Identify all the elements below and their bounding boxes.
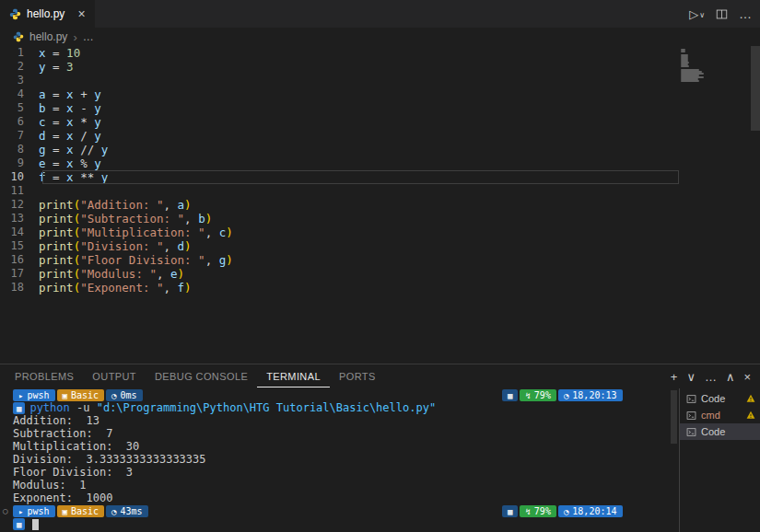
token: print <box>39 226 74 239</box>
code-line-16[interactable]: 16print("Floor Division: ", g) <box>0 253 760 267</box>
code-line-11[interactable]: 11 <box>0 184 760 198</box>
badge-text: 79% <box>534 389 551 402</box>
badge-text: pwsh <box>27 389 49 402</box>
code-line-13[interactable]: 13print("Subtraction: ", b) <box>0 212 760 226</box>
maximize-panel-icon[interactable]: ∧ <box>726 370 735 384</box>
terminal-sessions-list: CodecmdCode <box>679 388 760 532</box>
badge-icon: ▸ <box>18 505 23 518</box>
terminal-prompt-line[interactable]: ▸pwsh▣Basic◔0ms▦↯79%◔18,20:13 <box>0 388 678 401</box>
badge-text: Basic <box>71 389 99 402</box>
panel-tab-ports[interactable]: PORTS <box>330 365 385 387</box>
token: c <box>39 115 46 129</box>
terminal-session-cmd[interactable]: cmd <box>680 407 760 423</box>
panel-tab-output[interactable]: OUTPUT <box>83 365 146 387</box>
code-text: print("Addition: ", a) <box>39 198 192 212</box>
terminal-session-code[interactable]: Code <box>680 390 760 407</box>
terminal-command-line[interactable]: ▦python -u "d:\Programming\Python\HTG Tu… <box>0 401 678 414</box>
token: "Division: " <box>80 239 163 253</box>
badge-text: 79% <box>534 505 551 518</box>
terminal-prompt-line[interactable]: ○▸pwsh▣Basic◔43ms▦↯79%◔18,20:14 <box>0 504 678 517</box>
code-line-1[interactable]: 1x = 10 <box>0 46 760 60</box>
token: b <box>198 212 205 226</box>
code-line-12[interactable]: 12print("Addition: ", a) <box>0 198 760 212</box>
session-label: Code <box>701 426 755 437</box>
terminal[interactable]: ▸pwsh▣Basic◔0ms▦↯79%◔18,20:13▦python -u … <box>0 388 678 532</box>
token: print <box>39 253 74 267</box>
code-line-7[interactable]: 7d = x / y <box>0 129 760 143</box>
badge-text: Basic <box>71 505 99 518</box>
more-actions-icon[interactable]: … <box>739 6 753 21</box>
prompt-badge: ◔18,20:14 <box>558 505 623 517</box>
output-text: Addition: 13 <box>13 414 99 427</box>
terminal-session-code[interactable]: Code <box>680 423 760 440</box>
code-text: g = x // y <box>39 143 108 156</box>
code-line-8[interactable]: 8g = x // y <box>0 143 760 156</box>
terminal-dropdown-icon[interactable]: ∨ <box>686 370 696 384</box>
terminal-output-line[interactable]: Multiplication: 30 <box>0 440 678 453</box>
terminal-output-line[interactable]: Subtraction: 7 <box>0 427 678 440</box>
terminal-output-line[interactable]: Floor Division: 3 <box>0 466 678 479</box>
badge-text: 0ms <box>120 389 136 402</box>
token: d <box>39 129 46 143</box>
code-line-5[interactable]: 5b = x - y <box>0 101 760 115</box>
new-terminal-icon[interactable]: + <box>671 370 678 384</box>
code-text: a = x + y <box>39 87 101 101</box>
token: , <box>205 253 219 267</box>
output-text: Exponent: 1000 <box>13 492 112 504</box>
code-editor[interactable]: 1x = 102y = 334a = x + y5b = x - y6c = x… <box>0 46 760 364</box>
code-lines: 1x = 102y = 334a = x + y5b = x - y6c = x… <box>0 46 760 295</box>
code-line-9[interactable]: 9e = x % y <box>0 156 760 170</box>
code-line-14[interactable]: 14print("Multiplication: ", c) <box>0 226 760 239</box>
split-editor-icon[interactable] <box>716 8 728 20</box>
badge-icon: ▣ <box>63 505 67 518</box>
badge-text: 43ms <box>120 505 142 518</box>
terminal-output-line[interactable]: Addition: 13 <box>0 414 678 427</box>
tab-close-icon[interactable]: × <box>77 6 85 21</box>
breadcrumb-more[interactable]: … <box>83 30 94 43</box>
token: "Multiplication: " <box>80 226 205 239</box>
warning-icon <box>746 411 755 420</box>
panel-tab-debug-console[interactable]: DEBUG CONSOLE <box>146 365 257 387</box>
code-line-4[interactable]: 4a = x + y <box>0 87 760 101</box>
breadcrumb-file[interactable]: hello.py <box>29 30 67 43</box>
line-number: 1 <box>0 46 33 60</box>
token: y <box>101 143 109 156</box>
minimap[interactable] <box>681 49 707 82</box>
line-number: 14 <box>0 226 33 239</box>
token: / <box>74 129 95 143</box>
command-text: -u <box>70 401 97 414</box>
token: ) <box>178 267 185 281</box>
token: , <box>163 198 177 212</box>
output-text: Multiplication: 30 <box>13 440 139 453</box>
panel-tab-terminal[interactable]: TERMINAL <box>257 365 330 387</box>
tab-hello-py[interactable]: hello.py × <box>0 0 95 28</box>
more-actions-icon[interactable]: … <box>705 370 717 384</box>
code-line-18[interactable]: 18print("Exponent: ", f) <box>0 281 760 295</box>
terminal-output-line[interactable]: Division: 3.3333333333333335 <box>0 453 678 466</box>
code-line-2[interactable]: 2y = 3 <box>0 60 760 74</box>
terminal-output-line[interactable]: Exponent: 1000 <box>0 492 678 504</box>
command-decoration-icon[interactable]: ○ <box>3 504 7 517</box>
breadcrumb-separator: › <box>73 30 76 44</box>
token: print <box>39 267 74 281</box>
panel-tab-problems[interactable]: PROBLEMS <box>6 365 83 387</box>
code-line-15[interactable]: 15print("Division: ", d) <box>0 239 760 253</box>
token: g <box>39 143 46 156</box>
editor-scrollbar[interactable] <box>751 46 760 131</box>
code-line-6[interactable]: 6c = x * y <box>0 115 760 129</box>
token: - <box>74 101 95 115</box>
code-line-10[interactable]: 10f = x ** y <box>0 170 760 184</box>
token: print <box>39 212 74 226</box>
prompt-badge: ▦ <box>502 505 518 517</box>
run-python-file-button[interactable]: ▷ ∨ <box>689 7 705 21</box>
code-line-17[interactable]: 17print("Modulus: ", e) <box>0 267 760 281</box>
terminal-input-line[interactable]: ▦ <box>0 517 678 530</box>
close-panel-icon[interactable]: × <box>743 370 751 384</box>
code-text: print("Floor Division: ", g) <box>39 253 233 267</box>
token: "Subtraction: " <box>80 212 184 226</box>
terminal-output-line[interactable]: Modulus: 1 <box>0 479 678 492</box>
code-line-3[interactable]: 3 <box>0 74 760 87</box>
token: f <box>39 170 46 184</box>
editor-tab-bar: hello.py × ▷ ∨ … <box>0 0 760 28</box>
token: , <box>205 226 219 239</box>
